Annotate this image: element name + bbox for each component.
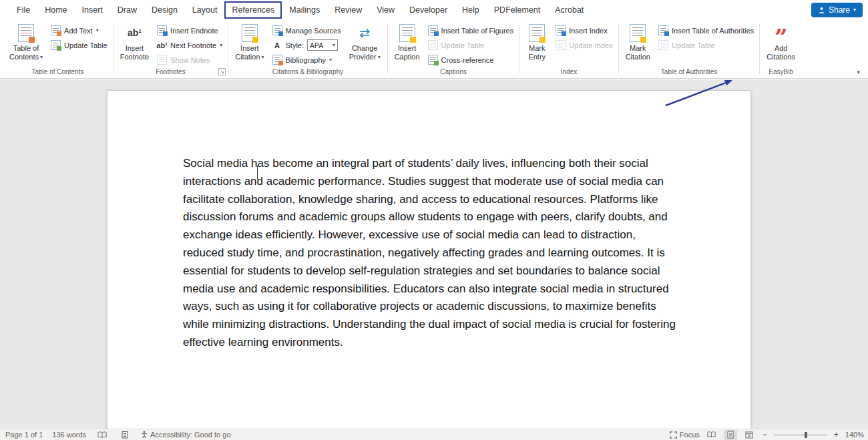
update-index-icon	[556, 40, 566, 50]
macro-icon	[122, 431, 128, 439]
bibliography-button[interactable]: Bibliography ▾	[270, 54, 343, 65]
insert-endnote-icon	[157, 25, 167, 35]
table-of-contents-icon	[18, 24, 34, 42]
mark-entry-icon	[529, 24, 545, 42]
share-person-icon	[818, 7, 825, 14]
tab-references[interactable]: References	[224, 1, 282, 19]
accessibility-icon	[141, 431, 148, 439]
update-table-authorities-button: Update Table	[656, 39, 756, 51]
group-label-easybib: EasyBib	[763, 67, 799, 78]
change-provider-button[interactable]: ⇄ Change Provider▾	[346, 22, 384, 61]
insert-endnote-button[interactable]: Insert Endnote	[155, 25, 224, 36]
group-label-citations-bibliography: Citations & Bibliography	[232, 67, 383, 78]
group-citations-bibliography: Insert Citation▾ Manage Sources A Style:…	[228, 20, 387, 78]
document-page[interactable]: Social media has become an integral part…	[107, 90, 751, 429]
tab-review[interactable]: Review	[327, 1, 369, 19]
zoom-in-button[interactable]: +	[833, 430, 840, 439]
bibliography-icon	[272, 55, 282, 65]
style-label: Style:	[286, 41, 304, 49]
zoom-out-button[interactable]: −	[761, 430, 769, 439]
tab-home[interactable]: Home	[37, 1, 74, 19]
menu-bar: File Home Insert Draw Design Layout Refe…	[0, 0, 868, 20]
insert-table-of-authorities-button[interactable]: Insert Table of Authorities	[656, 25, 756, 36]
collapse-ribbon-button[interactable]: ▾	[857, 69, 860, 75]
accessibility-status[interactable]: Accessibility: Good to go	[141, 431, 230, 439]
insert-table-of-figures-icon	[428, 25, 438, 35]
insert-caption-button[interactable]: Insert Caption	[391, 22, 423, 61]
zoom-slider[interactable]	[774, 430, 827, 440]
print-layout-button[interactable]	[724, 430, 737, 440]
insert-citation-button[interactable]: Insert Citation▾	[232, 22, 267, 61]
page-indicator[interactable]: Page 1 of 1	[5, 431, 43, 439]
insert-table-of-figures-button[interactable]: Insert Table of Figures	[426, 25, 516, 36]
zoom-slider-thumb[interactable]	[805, 432, 807, 438]
insert-caption-icon	[399, 24, 415, 42]
focus-label: Focus	[680, 431, 700, 439]
mark-citation-icon	[630, 24, 646, 42]
tab-design[interactable]: Design	[144, 1, 185, 19]
focus-button[interactable]: Focus	[670, 431, 700, 439]
paragraph[interactable]: Social media has become an integral part…	[107, 91, 750, 352]
macro-recording-button[interactable]	[118, 430, 132, 440]
manage-sources-button[interactable]: Manage Sources	[270, 25, 343, 36]
status-bar: Page 1 of 1 136 words Accessibility: Goo…	[0, 429, 868, 440]
update-index-button: Update Index	[554, 39, 614, 51]
chevron-down-icon: ▾	[378, 55, 381, 60]
chevron-down-icon: ▾	[329, 57, 332, 63]
tab-file[interactable]: File	[9, 1, 37, 19]
accessibility-label: Accessibility: Good to go	[150, 431, 230, 439]
chevron-down-icon: ▾	[333, 43, 335, 48]
tab-draw[interactable]: Draw	[110, 1, 144, 19]
share-label: Share	[829, 5, 850, 15]
group-label-table-of-contents: Table of Contents	[6, 67, 110, 78]
show-notes-button: Show Notes	[155, 54, 224, 65]
zoom-level[interactable]: 140%	[845, 431, 864, 439]
proofing-errors-button[interactable]	[95, 430, 109, 440]
insert-index-button[interactable]: Insert Index	[554, 25, 614, 36]
text-cursor	[257, 166, 258, 180]
style-value: APA	[310, 41, 323, 49]
chevron-down-icon: ▾	[262, 55, 264, 60]
insert-footnote-button[interactable]: ab¹ Insert Footnote	[117, 22, 152, 61]
web-layout-icon	[745, 431, 753, 439]
group-label-index: Index	[523, 67, 614, 78]
tab-layout[interactable]: Layout	[185, 1, 225, 19]
tab-developer[interactable]: Developer	[402, 1, 455, 19]
table-of-contents-button[interactable]: Table of Contents▾	[6, 22, 46, 61]
tab-help[interactable]: Help	[455, 1, 487, 19]
insert-citation-icon	[242, 24, 258, 42]
chevron-down-icon: ▾	[220, 43, 222, 48]
update-table-button[interactable]: Update Table	[49, 39, 110, 51]
word-count[interactable]: 136 words	[52, 431, 86, 439]
style-combobox[interactable]: APA ▾	[307, 39, 338, 51]
next-footnote-button[interactable]: ab¹ Next Footnote ▾	[155, 39, 224, 51]
group-table-of-authorities: Mark Citation Insert Table of Authoritie…	[619, 20, 760, 78]
footnotes-dialog-launcher[interactable]: ↘	[218, 68, 226, 75]
tab-acrobat[interactable]: Acrobat	[548, 1, 591, 19]
group-footnotes: ab¹ Insert Footnote Insert Endnote ab¹ N…	[114, 20, 228, 78]
insert-index-icon	[556, 25, 566, 35]
style-icon: A	[272, 40, 282, 50]
read-mode-button[interactable]	[705, 430, 718, 440]
mark-citation-button[interactable]: Mark Citation	[622, 22, 654, 61]
add-text-button[interactable]: Add Text ▾	[49, 25, 110, 36]
cross-reference-icon	[428, 55, 438, 65]
show-notes-icon	[157, 55, 167, 65]
web-layout-button[interactable]	[742, 430, 756, 440]
insert-footnote-icon: ab¹	[126, 24, 142, 42]
change-provider-icon: ⇄	[357, 24, 373, 42]
tab-pdfelement[interactable]: PDFelement	[487, 1, 548, 19]
tab-insert[interactable]: Insert	[75, 1, 110, 19]
add-text-icon	[51, 25, 61, 35]
cross-reference-button[interactable]: Cross-reference	[426, 54, 516, 65]
share-button[interactable]: Share ▾	[811, 3, 863, 17]
update-table-captions-button: Update Table	[426, 39, 516, 51]
update-table-icon	[428, 40, 438, 50]
tab-view[interactable]: View	[369, 1, 402, 19]
style-selector: A Style: APA ▾	[270, 39, 343, 51]
mark-entry-button[interactable]: Mark Entry	[523, 22, 551, 61]
tab-mailings[interactable]: Mailings	[282, 1, 327, 19]
word-window: File Home Insert Draw Design Layout Refe…	[0, 0, 868, 440]
add-citations-button[interactable]: ” Add Citations	[763, 22, 799, 61]
chevron-down-icon: ▾	[853, 7, 856, 13]
